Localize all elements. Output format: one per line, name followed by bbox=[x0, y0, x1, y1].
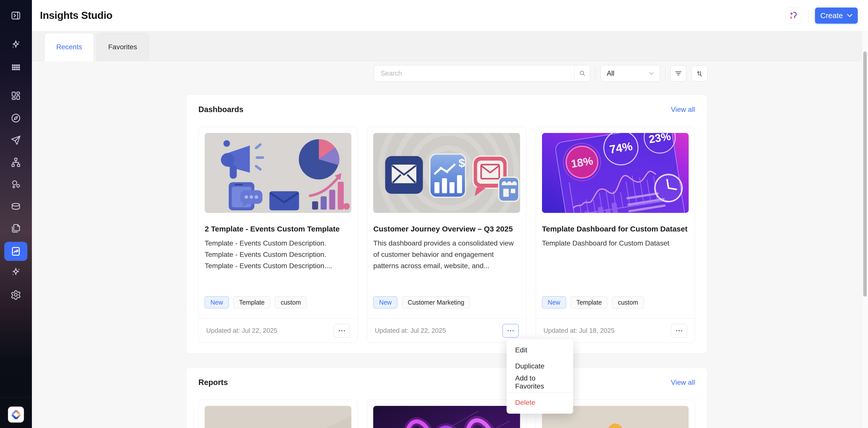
create-button-label: Create bbox=[820, 11, 843, 20]
send-icon bbox=[10, 135, 21, 146]
search-icon bbox=[579, 70, 586, 77]
sidebar-item-dashboards[interactable] bbox=[10, 90, 21, 101]
layout-dashboard-icon bbox=[10, 90, 21, 101]
chevron-down-icon bbox=[649, 72, 654, 75]
tag: Template bbox=[570, 296, 608, 308]
tag-new: New bbox=[373, 296, 397, 308]
dashboard-card-1[interactable]: 2 Template - Events Custom Template Temp… bbox=[198, 127, 358, 343]
sidebar-item-apps[interactable] bbox=[10, 62, 21, 73]
tag: custom bbox=[612, 296, 644, 308]
diamond-logo-icon bbox=[10, 409, 22, 421]
context-menu-delete[interactable]: Delete bbox=[506, 395, 573, 411]
toolbar: All bbox=[186, 65, 708, 82]
tag: Customer Marketing bbox=[402, 296, 470, 308]
page-title: Insights Studio bbox=[40, 0, 113, 31]
report-thumbnail-neon-rings bbox=[373, 406, 520, 428]
grid-dots-icon bbox=[10, 62, 21, 73]
sidebar-item-data[interactable] bbox=[10, 201, 21, 212]
sort-arrows-icon bbox=[696, 69, 703, 77]
card-title: Customer Journey Overview – Q3 2025 bbox=[373, 223, 520, 234]
sidebar bbox=[0, 0, 32, 428]
scrollbar-thumb[interactable] bbox=[863, 52, 867, 296]
ellipsis-icon bbox=[676, 330, 682, 332]
dashboard-card-3[interactable]: 18% 74% 23% bbox=[536, 127, 695, 343]
reports-section: Reports View all bbox=[186, 367, 708, 428]
updated-at-label: Updated at: Jul 22, 2025 bbox=[375, 327, 446, 335]
insights-studio-app: Insights Studio Create bbox=[0, 0, 868, 428]
filter-button[interactable] bbox=[670, 65, 686, 81]
tag-new: New bbox=[542, 296, 566, 308]
gear-icon bbox=[10, 289, 21, 300]
svg-text:$: $ bbox=[459, 156, 465, 170]
tab-favorites[interactable]: Favorites bbox=[96, 33, 149, 61]
sidebar-item-ai-assist[interactable] bbox=[10, 39, 21, 51]
type-filter-value: All bbox=[607, 69, 614, 78]
context-menu-duplicate[interactable]: Duplicate bbox=[506, 358, 573, 374]
compass-icon bbox=[10, 113, 21, 124]
sort-button[interactable] bbox=[691, 65, 708, 81]
tab-recents[interactable]: Recents bbox=[44, 33, 94, 61]
dashboards-section: Dashboards View all bbox=[186, 94, 708, 353]
type-filter-select[interactable]: All bbox=[600, 65, 660, 82]
context-menu-edit[interactable]: Edit bbox=[506, 342, 573, 358]
reports-view-all-link[interactable]: View all bbox=[671, 378, 695, 387]
tab-strip: Recents Favorites bbox=[32, 31, 868, 61]
card-title: Template Dashboard for Custom Dataset bbox=[542, 223, 689, 234]
updated-at-label: Updated at: Jul 18, 2025 bbox=[544, 327, 615, 335]
report-card-1[interactable] bbox=[198, 400, 358, 428]
context-menu-divider bbox=[506, 392, 573, 393]
card-title: 2 Template - Events Custom Template bbox=[205, 223, 351, 234]
tag-new: New bbox=[205, 296, 229, 308]
search-input[interactable] bbox=[374, 65, 575, 81]
dashboard-thumbnail-email-commerce: $ bbox=[373, 133, 520, 213]
tag: custom bbox=[275, 296, 307, 308]
card-description: Template - Events Custom Description. Te… bbox=[205, 237, 351, 272]
card-menu-button-open[interactable] bbox=[502, 324, 519, 338]
card-menu-button[interactable] bbox=[334, 324, 350, 338]
ellipsis-icon bbox=[339, 330, 345, 332]
collapse-panel-icon bbox=[10, 10, 21, 21]
sidebar-item-segments[interactable] bbox=[10, 179, 21, 190]
card-description: Template Dashboard for Custom Dataset bbox=[542, 237, 689, 249]
sidebar-item-explore[interactable] bbox=[10, 113, 21, 124]
sitemap-icon bbox=[10, 157, 21, 168]
sidebar-item-settings[interactable] bbox=[10, 289, 21, 300]
search-box bbox=[374, 65, 590, 82]
sidebar-item-templates[interactable] bbox=[10, 223, 21, 234]
tag: Template bbox=[233, 296, 270, 308]
sidebar-collapse-button[interactable] bbox=[10, 10, 21, 21]
create-button[interactable]: Create bbox=[815, 7, 858, 24]
dashboards-view-all-link[interactable]: View all bbox=[671, 106, 695, 114]
report-thumbnail-blue-arrow bbox=[205, 406, 351, 428]
card-context-menu: Edit Duplicate Add to Favorites Delete bbox=[506, 339, 573, 414]
chevron-down-icon bbox=[847, 14, 852, 17]
updated-at-label: Updated at: Jul 22, 2025 bbox=[206, 327, 277, 335]
ellipsis-icon bbox=[507, 330, 514, 332]
sidebar-item-insights-active[interactable] bbox=[4, 242, 27, 261]
section-title-dashboards: Dashboards bbox=[198, 105, 243, 114]
sidebar-item-ai-tools[interactable] bbox=[10, 267, 21, 278]
context-menu-add-to-favorites[interactable]: Add to Favorites bbox=[506, 374, 573, 390]
report-card-2[interactable] bbox=[367, 400, 526, 428]
dashboard-thumbnail-neon-analytics: 18% 74% 23% bbox=[542, 133, 689, 213]
section-title-reports: Reports bbox=[198, 378, 228, 387]
sparkles-icon bbox=[10, 267, 21, 278]
brand-logo[interactable] bbox=[8, 407, 24, 423]
sidebar-item-journeys[interactable] bbox=[10, 157, 21, 168]
file-chart-icon bbox=[10, 246, 21, 257]
sidebar-divider bbox=[0, 397, 32, 397]
dashboard-card-2[interactable]: $ Customer Journey Overview – Q bbox=[367, 127, 526, 343]
database-icon bbox=[10, 201, 21, 212]
sidebar-item-campaigns[interactable] bbox=[10, 135, 21, 146]
sparkles-icon bbox=[10, 39, 21, 51]
search-button[interactable] bbox=[575, 65, 590, 81]
card-description: This dashboard provides a consolidated v… bbox=[373, 237, 520, 272]
header: Insights Studio Create bbox=[32, 0, 868, 31]
ai-assistant-button[interactable] bbox=[785, 7, 802, 24]
copy-pages-icon bbox=[10, 223, 21, 234]
dashboard-thumbnail-marketing-icons bbox=[205, 133, 351, 213]
card-menu-button[interactable] bbox=[671, 324, 687, 338]
scrollbar-track[interactable] bbox=[862, 31, 868, 428]
bubbles-icon bbox=[10, 179, 21, 190]
ai-sparkle-head-icon bbox=[788, 10, 799, 21]
